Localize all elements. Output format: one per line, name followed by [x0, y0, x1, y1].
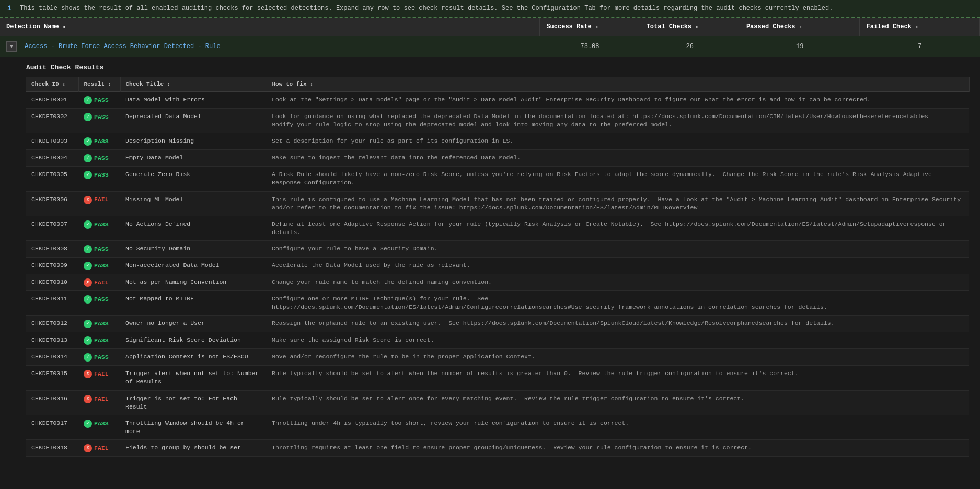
audit-row: CHKDET0013 ✓ PASS Significant Risk Score… — [26, 332, 969, 349]
result-text: PASS — [94, 137, 109, 146]
check-id-cell: CHKDET0002 — [26, 109, 78, 133]
check-title-cell: Missing ML Model — [120, 191, 267, 216]
audit-row: CHKDET0004 ✓ PASS Empty Data Model Make … — [26, 150, 969, 167]
result-text: PASS — [94, 420, 109, 428]
check-title-cell: No Actions Defined — [120, 216, 267, 240]
total-checks-cell: 26 — [640, 36, 740, 57]
check-id-cell: CHKDET0017 — [26, 415, 78, 439]
col-header-detection[interactable]: Detection Name ⇕ — [0, 18, 540, 36]
result-text: PASS — [94, 171, 109, 179]
result-text: PASS — [94, 336, 109, 345]
result-badge: ✓ PASS — [84, 262, 109, 270]
check-id-cell: CHKDET0008 — [26, 240, 78, 257]
audit-row: CHKDET0018 ✗ FAIL Fields to group by sho… — [26, 439, 969, 456]
pass-icon: ✓ — [84, 154, 92, 162]
check-title-cell: Not Mapped to MITRE — [120, 291, 267, 316]
result-badge: ✗ FAIL — [84, 444, 109, 452]
result-text: FAIL — [94, 395, 109, 403]
result-badge: ✓ PASS — [84, 113, 109, 121]
failed-checks-cell: 7 — [860, 36, 980, 57]
result-cell: ✓ PASS — [78, 291, 120, 316]
sort-icon-total: ⇕ — [695, 25, 698, 30]
how-to-fix-cell: A Risk Rule should likely have a non-zer… — [267, 167, 969, 191]
how-to-fix-cell: Throttling under 4h is typically too sho… — [267, 415, 969, 439]
check-title-cell: Trigger is not set to: For Each Result — [120, 390, 267, 415]
result-badge: ✗ FAIL — [84, 195, 109, 204]
check-title-cell: Significant Risk Score Deviation — [120, 332, 267, 349]
audit-row: CHKDET0017 ✓ PASS Throttling Window shou… — [26, 415, 969, 439]
audit-row: CHKDET0008 ✓ PASS No Security Domain Con… — [26, 240, 969, 257]
pass-icon: ✓ — [84, 295, 92, 304]
check-id-cell: CHKDET0014 — [26, 349, 78, 366]
result-cell: ✓ PASS — [78, 150, 120, 167]
sort-icon-passed: ⇕ — [799, 25, 802, 30]
result-text: PASS — [94, 220, 109, 229]
result-text: FAIL — [94, 444, 109, 452]
detection-name-cell: ▼ Access - Brute Force Access Behavior D… — [0, 36, 540, 57]
info-text: This table shows the result of all enabl… — [20, 5, 833, 12]
result-cell: ✓ PASS — [78, 167, 120, 191]
col-header-passed[interactable]: Passed Checks ⇕ — [740, 18, 860, 36]
pass-icon: ✓ — [84, 171, 92, 179]
result-cell: ✗ FAIL — [78, 439, 120, 456]
detection-row: ▼ Access - Brute Force Access Behavior D… — [0, 36, 980, 57]
audit-row: CHKDET0010 ✗ FAIL Not as per Naming Conv… — [26, 274, 969, 290]
check-id-cell: CHKDET0011 — [26, 291, 78, 316]
check-title-cell: Throttling Window should be 4h or more — [120, 415, 267, 439]
result-text: PASS — [94, 96, 109, 104]
audit-results-title: Audit Check Results — [26, 64, 970, 72]
result-cell: ✓ PASS — [78, 133, 120, 150]
fail-icon: ✗ — [84, 196, 92, 204]
sort-icon-detection: ⇕ — [63, 25, 65, 30]
result-cell: ✗ FAIL — [78, 274, 120, 290]
pass-icon: ✓ — [84, 245, 92, 253]
pass-icon: ✓ — [84, 262, 92, 270]
pass-icon: ✓ — [84, 220, 92, 229]
check-id-cell: CHKDET0001 — [26, 92, 78, 109]
col-header-total[interactable]: Total Checks ⇕ — [640, 18, 740, 36]
check-title-cell: Fields to group by should be set — [120, 439, 267, 456]
main-table-header: Detection Name ⇕ Success Rate ⇕ Total Ch… — [0, 18, 980, 36]
detection-link[interactable]: Access - Brute Force Access Behavior Det… — [25, 43, 220, 50]
result-text: FAIL — [94, 278, 109, 287]
sort-icon-success: ⇕ — [595, 25, 598, 30]
result-badge: ✓ PASS — [84, 96, 109, 104]
sort-icon-failed: ⇕ — [915, 25, 918, 30]
audit-row: CHKDET0005 ✓ PASS Generate Zero Risk A R… — [26, 167, 969, 191]
fail-icon: ✗ — [84, 444, 92, 452]
audit-row: CHKDET0001 ✓ PASS Data Model with Errors… — [26, 92, 969, 109]
how-to-fix-cell: Throttling requires at least one field t… — [267, 439, 969, 456]
audit-col-id[interactable]: Check ID ⇕ — [26, 77, 78, 92]
pass-icon: ✓ — [84, 353, 92, 362]
check-id-cell: CHKDET0010 — [26, 274, 78, 290]
result-cell: ✓ PASS — [78, 240, 120, 257]
result-text: PASS — [94, 245, 109, 253]
audit-results-container: Audit Check Results Check ID ⇕ Result ⇕ … — [0, 57, 980, 463]
info-icon: i — [7, 4, 16, 13]
audit-col-fix[interactable]: How to fix ⇕ — [267, 77, 969, 92]
audit-col-result[interactable]: Result ⇕ — [78, 77, 120, 92]
check-title-cell: Description Missing — [120, 133, 267, 150]
check-title-cell: No Security Domain — [120, 240, 267, 257]
result-badge: ✗ FAIL — [84, 278, 109, 287]
col-header-failed[interactable]: Failed Check ⇕ — [860, 18, 980, 36]
passed-checks-cell: 19 — [740, 36, 860, 57]
result-badge: ✓ PASS — [84, 220, 109, 229]
result-text: PASS — [94, 113, 109, 121]
check-id-cell: CHKDET0018 — [26, 439, 78, 456]
how-to-fix-cell: Reassign the orphaned rule to an existin… — [267, 316, 969, 332]
audit-table: Check ID ⇕ Result ⇕ Check Title ⇕ How to… — [26, 77, 970, 457]
how-to-fix-cell: Make sure the assigned Risk Score is cor… — [267, 332, 969, 349]
result-cell: ✗ FAIL — [78, 390, 120, 415]
check-title-cell: Trigger alert when not set to: Number of… — [120, 366, 267, 390]
audit-row: CHKDET0007 ✓ PASS No Actions Defined Def… — [26, 216, 969, 240]
col-header-success[interactable]: Success Rate ⇕ — [540, 18, 640, 36]
audit-col-title[interactable]: Check Title ⇕ — [120, 77, 267, 92]
check-id-cell: CHKDET0016 — [26, 390, 78, 415]
how-to-fix-cell: Accelerate the Data Model used by the ru… — [267, 257, 969, 274]
pass-icon: ✓ — [84, 336, 92, 345]
fail-icon: ✗ — [84, 278, 92, 287]
expand-button[interactable]: ▼ — [6, 41, 17, 52]
result-badge: ✓ PASS — [84, 154, 109, 162]
result-text: PASS — [94, 320, 109, 328]
